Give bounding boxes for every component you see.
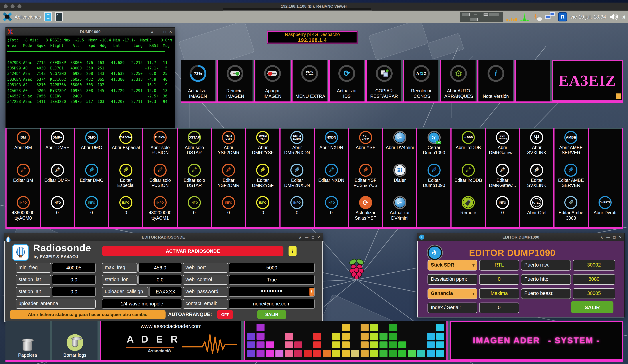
dump-editor-salir-button[interactable]: SALIR xyxy=(571,301,614,313)
workspace-switcher[interactable] xyxy=(460,12,503,22)
field-value[interactable]: none@none.com xyxy=(229,299,315,309)
grid-cell-ysf-info[interactable]: ⟳Actualizar Salas YSF xyxy=(349,194,382,227)
field-maxima[interactable]: Maxima xyxy=(479,288,519,299)
close-button[interactable]: ✕ xyxy=(169,30,172,34)
top-button-menu-extra[interactable]: MENU EXTRAMENU EXTRA xyxy=(293,60,327,101)
open-station-cfg-button[interactable]: Abrir fichero station.cfg para hacer cua… xyxy=(10,310,165,319)
field-0[interactable]: 0 xyxy=(479,274,519,285)
radiosonde-titlebar[interactable]: EDITOR RADIOSONDE ∧—□✕ xyxy=(4,233,323,241)
clock[interactable]: vie 19 jul, 18:34 xyxy=(570,14,606,20)
close-button[interactable]: ✕ xyxy=(619,235,622,239)
papelera-desktop-icon[interactable]: Papelera xyxy=(5,321,50,360)
top-button-apagar-imagen[interactable]: OFFApagar IMAGEN xyxy=(255,60,290,101)
xfce-logo-icon[interactable] xyxy=(3,12,12,21)
grid-cell-bm-edit[interactable]: ✎Editar BM xyxy=(6,162,40,194)
grid-cell-dvrptr-info[interactable]: DVRPTRAbrir Dvrptr xyxy=(589,194,622,227)
grid-cell-ambe-open[interactable]: AMBEAbrir AMBE SERVER xyxy=(554,129,588,162)
grid-cell-svxlink-info[interactable]: QTELAbrir Qtel xyxy=(520,194,553,227)
maximize-button[interactable]: □ xyxy=(163,30,166,34)
field-value[interactable]: True xyxy=(229,275,315,285)
radiosonde-info-button[interactable]: i xyxy=(289,246,297,256)
maximize-button[interactable]: □ xyxy=(613,235,616,239)
grid-cell-ysf-open[interactable]: YSF C4FMAbrir YSF xyxy=(349,129,382,162)
close-button[interactable]: ✕ xyxy=(317,235,320,239)
grid-cell-dmr-plus-info[interactable]: INFO0 xyxy=(41,194,74,227)
minimize-button[interactable]: — xyxy=(606,235,610,239)
grid-cell-dmr2ysf-edit[interactable]: ✎Editar DMR2YSF xyxy=(246,162,279,194)
grid-cell-svxlink-edit[interactable]: ✎Editar SVXLINK xyxy=(520,162,553,194)
grid-cell-fusion-edit[interactable]: ✎Editar solo FUSION xyxy=(144,162,177,194)
top-button-copiar-restaurar[interactable]: COPIAR RESTAURAR xyxy=(367,60,401,101)
grid-cell-dmr2nxdn-edit[interactable]: ✎Editar DMR2NXDN xyxy=(281,162,314,194)
net-monitor-graph[interactable] xyxy=(520,12,529,21)
grid-cell-dump1090-edit[interactable]: ✎Editar Dump1090 xyxy=(417,162,451,194)
field-rtl[interactable]: RTL xyxy=(479,260,519,271)
grid-cell-dmrgateway-open[interactable]: DMR GatewayAbrir DMRGatew... xyxy=(486,129,519,162)
file-manager-icon[interactable] xyxy=(44,12,52,21)
terminal-icon[interactable]: >_ xyxy=(55,12,63,21)
grid-cell-dstar-open[interactable]: DSTARAbrir solo DSTAR xyxy=(178,129,211,162)
cpu-monitor-graph[interactable] xyxy=(506,12,517,21)
top-button-abrir-auto-arranques[interactable]: ⚙Abrir AUTO ARRANQUES xyxy=(441,60,476,101)
grid-cell-dmo-edit[interactable]: ✎Editar DMO xyxy=(75,162,108,194)
dropdown-ganancia[interactable]: Ganancia xyxy=(428,288,477,299)
top-button-nota-version[interactable]: iNota Versión xyxy=(479,60,513,101)
radiosonde-salir-button[interactable]: SALIR xyxy=(257,310,286,319)
shade-button[interactable]: ∧ xyxy=(299,235,302,239)
field-0[interactable]: 0 xyxy=(479,302,519,313)
grid-cell-ysf-edit[interactable]: ✎Editar YSF FCS & YCS xyxy=(349,162,382,194)
network-computers-icon[interactable] xyxy=(546,12,555,21)
borrar-logs-desktop-icon[interactable]: Borrar logs xyxy=(52,321,97,360)
dump-editor-titlebar[interactable]: ✈ EDITOR DUMP1090 ∧—□✕ xyxy=(417,233,624,241)
applications-menu[interactable]: Aplicaciones xyxy=(14,14,41,19)
realvnc-tray-icon[interactable]: R xyxy=(558,12,567,21)
grid-cell-ircddb-info[interactable]: Remote xyxy=(452,194,485,227)
minimize-button[interactable]: — xyxy=(157,30,160,34)
grid-cell-ircddb-open[interactable]: ircDDBAbrir ircDDB xyxy=(452,129,485,162)
grid-cell-dmo-info[interactable]: INFO0 xyxy=(75,194,108,227)
grid-cell-dmr-plus-edit[interactable]: ✎Editar DMR+ xyxy=(41,162,74,194)
maximize-button[interactable]: □ xyxy=(312,235,314,239)
grid-cell-dv4mini-info[interactable]: DV4Actualizar DV4mini xyxy=(383,194,416,227)
grid-cell-especial-open[interactable]: ESPECIALAbrir Especial xyxy=(109,129,143,162)
shade-button[interactable]: ∧ xyxy=(151,30,153,34)
grid-cell-especial-info[interactable]: INFO0 xyxy=(109,194,143,227)
grid-cell-dmrgateway-edit[interactable]: ✎Editar DMRGatew... xyxy=(486,162,519,194)
grid-cell-ysf2dmr-edit[interactable]: ✎Editar YSF2DMR xyxy=(212,162,245,194)
grid-cell-dv4mini-edit[interactable]: Dialer xyxy=(383,162,416,194)
grid-cell-nxdn-open[interactable]: NXDNAbrir NXDN xyxy=(315,129,348,162)
autoarranque-off-button[interactable]: OFF xyxy=(217,310,233,319)
grid-cell-ambe-info[interactable]: ✎Editar Ambe 3003 xyxy=(554,194,588,227)
field-value[interactable]: ••••••••i xyxy=(229,287,315,297)
grid-cell-dv4mini-open[interactable]: DV4Abrir DV4mini xyxy=(383,129,416,162)
vnc-toolbar-tab[interactable] xyxy=(223,8,372,10)
grid-cell-dmr2nxdn-info[interactable]: INFO0 xyxy=(281,194,314,227)
grid-cell-bm-info[interactable]: INFO436000000 ttyACM0 xyxy=(6,194,40,227)
field-30005[interactable]: 30005 xyxy=(573,288,615,299)
top-button-actualizar-ids[interactable]: ⟳Actualizar IDS xyxy=(330,60,364,101)
grid-cell-dmr2ysf-open[interactable]: DMR2 YSFAbrir DMR2YSF xyxy=(246,129,279,162)
top-button-reiniciar-imagen[interactable]: ONReiniciar IMAGEN xyxy=(218,60,252,101)
activar-radiosonde-button[interactable]: ACTIVAR RADIOSONDE xyxy=(102,246,283,256)
grid-cell-fusion-info[interactable]: INFO430200000 ttyACM1 xyxy=(144,194,177,227)
grid-cell-dmr2nxdn-open[interactable]: DMR2 NXDNAbrir DMR2NXDN xyxy=(281,129,314,162)
weather-icon[interactable]: ☀ xyxy=(533,12,542,21)
dropdown-stick-sdr[interactable]: Stick SDR xyxy=(428,260,477,271)
field-value[interactable]: 5000 xyxy=(229,263,315,273)
grid-cell-dstar-info[interactable]: INFO0 xyxy=(178,194,211,227)
grid-cell-ircddb-edit[interactable]: ✎Editar ircDDB xyxy=(452,162,485,194)
grid-cell-dstar-edit[interactable]: ✎Editar solo DSTAR xyxy=(178,162,211,194)
minimize-button[interactable]: — xyxy=(305,235,308,239)
grid-cell-dmr2ysf-info[interactable]: INFO0 xyxy=(246,194,279,227)
grid-cell-nxdn-edit[interactable]: ✎Editar NXDN xyxy=(315,162,348,194)
grid-cell-ambe-edit[interactable]: ✎Editar AMBE SERVER xyxy=(554,162,588,194)
field-8080[interactable]: 8080 xyxy=(573,274,615,285)
field-30002[interactable]: 30002 xyxy=(573,260,615,271)
shade-button[interactable]: ∧ xyxy=(600,235,603,239)
top-button-actualizar-imagen[interactable]: 73%Actualizar IMAGEN xyxy=(181,60,215,101)
grid-cell-dmo-open[interactable]: DMOAbrir DMO xyxy=(75,129,108,162)
grid-cell-dmrgateway-info[interactable]: INFO0 xyxy=(486,194,519,227)
grid-cell-ysf2dmr-open[interactable]: YSF2 DMRAbrir YSF2DMR xyxy=(212,129,245,162)
grid-cell-ysf2dmr-info[interactable]: INFO0 xyxy=(212,194,245,227)
grid-cell-especial-edit[interactable]: ✎Editar Especial xyxy=(109,162,143,194)
